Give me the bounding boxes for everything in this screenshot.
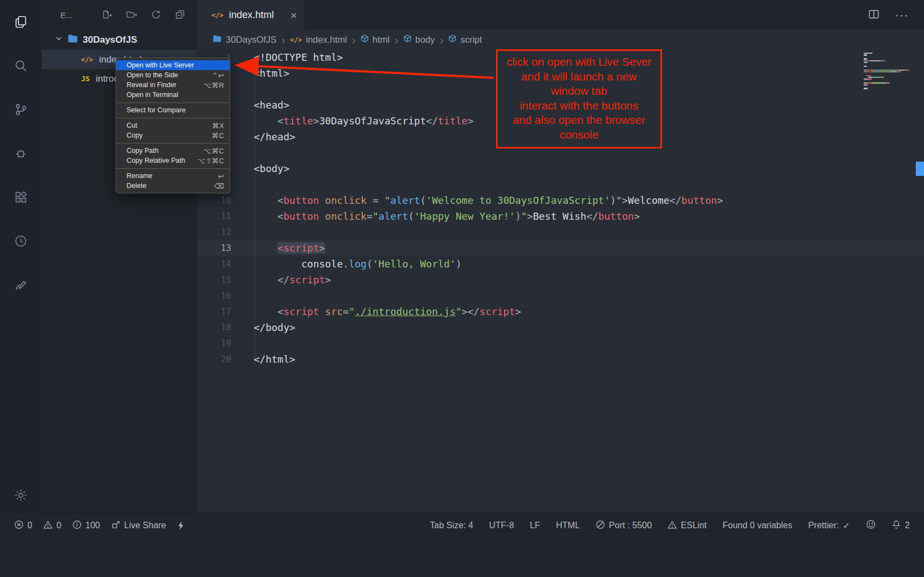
smiley-icon (866, 519, 876, 532)
explorer-icon[interactable] (13, 14, 28, 30)
menu-item-label: Select for Compare (127, 106, 186, 114)
annotation-box: click on open with Live Sever and it wil… (496, 49, 662, 148)
context-menu: Open with Live ServerOpen to the Side⌃↩R… (116, 58, 230, 193)
annotation-line: console (500, 128, 658, 142)
tab-bar: </> index.html × ··· (197, 0, 924, 30)
breadcrumb-folder[interactable]: 30DaysOfJS (213, 35, 277, 45)
code-line-8[interactable]: 8<body> (197, 161, 924, 176)
line-number[interactable]: 13 (197, 240, 245, 256)
code-line-18[interactable]: 18</body> (197, 319, 924, 335)
annotation-line: interact with the buttons (500, 99, 658, 113)
lightning-icon[interactable] (177, 521, 185, 530)
menu-item-shortcut: ⌫ (214, 182, 224, 190)
code-line-15[interactable]: 15 </script> (197, 272, 924, 288)
line-number[interactable]: 10 (197, 192, 245, 208)
line-number[interactable]: 16 (197, 288, 245, 304)
minimap[interactable] (864, 53, 914, 89)
menu-item-label: Open to the Side (127, 71, 178, 79)
menu-item-open-to-the-side[interactable]: Open to the Side⌃↩ (116, 70, 230, 80)
menu-item-delete[interactable]: Delete⌫ (116, 181, 230, 191)
menu-item-rename[interactable]: Rename↩ (116, 171, 230, 181)
split-editor-icon[interactable] (868, 9, 880, 22)
code-line-12[interactable]: 12 (197, 224, 924, 240)
menu-item-copy-relative-path[interactable]: Copy Relative Path⌥⇧⌘C (116, 156, 230, 165)
menu-separator (117, 102, 229, 103)
feedback-smiley[interactable] (866, 519, 876, 532)
folder-row-30daysofjs[interactable]: 30DaysOfJS (42, 30, 197, 50)
scroll-decoration[interactable] (916, 162, 924, 176)
search-icon[interactable] (13, 58, 28, 73)
annotation-line: and it will launch a new (500, 70, 658, 84)
breadcrumb-file[interactable]: </> index.html (290, 35, 347, 45)
code-line-17[interactable]: 17 <script src="./introduction.js"></scr… (197, 304, 924, 319)
eol-indicator[interactable]: LF (530, 521, 540, 530)
code-line-19[interactable]: 19 (197, 335, 924, 351)
code-line-10[interactable]: 10 <button onclick = "alert('Welcome to … (197, 192, 924, 208)
code-line-16[interactable]: 16 (197, 288, 924, 304)
refresh-icon[interactable] (151, 9, 161, 21)
tab-close-icon[interactable]: × (290, 9, 297, 21)
breadcrumb-html[interactable]: html (361, 35, 390, 45)
sidebar-header: E... (42, 0, 197, 30)
tab-size-indicator[interactable]: Tab Size: 4 (430, 521, 473, 530)
encoding-indicator[interactable]: UTF-8 (489, 521, 514, 530)
code-line-14[interactable]: 14 console.log('Hello, World') (197, 256, 924, 272)
line-number[interactable]: 18 (197, 319, 245, 335)
debug-icon[interactable] (13, 146, 28, 161)
error-circle-icon (14, 520, 24, 532)
menu-item-cut[interactable]: Cut⌘X (116, 121, 230, 130)
eslint-status[interactable]: ESLint (668, 520, 706, 532)
breadcrumb-separator: › (352, 35, 356, 45)
feedback-icon[interactable] (13, 277, 28, 293)
menu-item-select-for-compare[interactable]: Select for Compare (116, 105, 230, 115)
activity-bar (0, 0, 42, 512)
line-code: </script> (254, 272, 331, 288)
settings-gear-icon[interactable] (13, 488, 28, 503)
notifications-bell[interactable]: 2 (892, 519, 910, 532)
clock-icon[interactable] (13, 233, 28, 249)
line-number[interactable]: 11 (197, 208, 245, 224)
line-number[interactable]: 19 (197, 335, 245, 351)
menu-item-copy[interactable]: Copy⌘C (116, 130, 230, 140)
code-line-9[interactable]: 9 (197, 176, 924, 192)
line-number[interactable]: 12 (197, 224, 245, 240)
breadcrumb-label: html (373, 35, 390, 45)
live-server-port[interactable]: Port : 5500 (596, 520, 652, 532)
code-line-11[interactable]: 11 <button onclick="alert('Happy New Yea… (197, 208, 924, 224)
info-count[interactable]: 100 (72, 520, 100, 532)
menu-item-open-with-live-server[interactable]: Open with Live Server (116, 60, 230, 70)
line-number[interactable]: 20 (197, 351, 245, 367)
more-actions-icon[interactable]: ··· (895, 8, 909, 22)
menu-item-label: Open with Live Server (127, 61, 194, 69)
menu-item-shortcut: ⌃↩ (212, 71, 224, 79)
share-icon (111, 520, 121, 532)
menu-item-reveal-in-finder[interactable]: Reveal in Finder⌥⌘R (116, 80, 230, 90)
code-line-20[interactable]: 20</html> (197, 351, 924, 367)
prettier-status[interactable]: Prettier: ✓ (808, 521, 850, 531)
breadcrumb-script[interactable]: script (448, 35, 482, 45)
menu-item-copy-path[interactable]: Copy Path⌥⌘C (116, 146, 230, 156)
problems-warnings[interactable]: 0 (43, 520, 61, 532)
breadcrumb: 30DaysOfJS › </> index.html › html › bod… (197, 30, 924, 49)
new-folder-icon[interactable] (126, 9, 137, 21)
breadcrumb-body[interactable]: body (403, 35, 435, 45)
tab-index-html[interactable]: </> index.html × (197, 0, 305, 30)
menu-item-open-in-terminal[interactable]: Open in Terminal (116, 90, 230, 100)
language-mode[interactable]: HTML (556, 521, 580, 530)
menu-item-shortcut: ↩ (218, 172, 224, 180)
new-file-icon[interactable] (102, 9, 112, 21)
extensions-icon[interactable] (13, 190, 28, 205)
live-share-button[interactable]: Live Share (111, 520, 167, 532)
problems-errors[interactable]: 0 (14, 520, 32, 532)
breadcrumb-label: 30DaysOfJS (226, 35, 277, 45)
menu-item-label: Reveal in Finder (127, 81, 176, 89)
menu-item-shortcut: ⌥⇧⌘C (198, 157, 224, 165)
line-number[interactable]: 14 (197, 256, 245, 272)
sidebar-actions (102, 9, 185, 21)
collapse-all-icon[interactable] (175, 9, 185, 21)
line-number[interactable]: 17 (197, 304, 245, 319)
source-control-icon[interactable] (13, 102, 28, 117)
line-number[interactable]: 15 (197, 272, 245, 288)
code-line-13[interactable]: 13 <script> (197, 240, 924, 256)
variables-count[interactable]: Found 0 variables (722, 521, 792, 530)
